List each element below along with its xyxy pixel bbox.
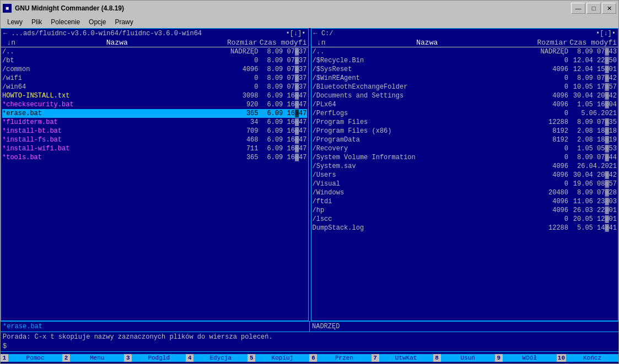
maximize-button[interactable]: □	[586, 3, 601, 14]
right-file-row[interactable]: /ProgramData81922.08 18▓19	[313, 135, 617, 144]
file-date: 8.09 07▓37	[259, 57, 307, 64]
file-date: 10.05 17▓57	[568, 83, 617, 91]
file-name: /Documents and Settings	[313, 92, 531, 100]
file-name: /Windows	[313, 189, 531, 197]
left-file-row[interactable]: /win6408.09 07▓37	[2, 83, 307, 91]
left-col-n: ↓n	[2, 39, 15, 47]
right-file-row[interactable]: /Recovery01.05 05▓53	[313, 144, 617, 153]
file-size: 3098	[221, 92, 259, 100]
left-file-row[interactable]: HOWTO-INSTALL.txt30986.09 16▓47	[2, 91, 307, 100]
minimize-button[interactable]: —	[571, 3, 585, 14]
file-name: *install-fs.bat	[2, 136, 221, 144]
right-panel-files: /..NADRZĘD8.09 07▓43/$Recycle.Bin012.04 …	[311, 47, 618, 320]
right-file-row[interactable]: /BluetoothExchangeFolder010.05 17▓57	[313, 83, 617, 91]
right-file-row[interactable]: /Program Files122888.09 07▓35	[313, 118, 617, 127]
file-name: *install-wifi.bat	[2, 145, 221, 153]
file-date: 26.03 22▓01	[568, 207, 617, 214]
right-panel: ← C:/ •[↓]• ↓n Nazwa Rozmiar Czas modyfi…	[311, 28, 619, 321]
file-date: 8.09 07▓37	[259, 48, 307, 56]
right-status-bar: NADRZĘD	[309, 322, 618, 332]
file-size: 4096	[531, 66, 568, 73]
file-date: 6.09 16▓47	[259, 127, 307, 135]
func-key-number: 6	[309, 354, 317, 362]
cmd-prompt: $	[3, 343, 7, 350]
right-file-row[interactable]: /Visual019.06 08▓57	[313, 180, 617, 188]
right-file-row[interactable]: /hp409626.03 22▓01	[313, 206, 617, 215]
menu-opcje[interactable]: Opcje	[84, 17, 110, 27]
right-file-row[interactable]: /$Recycle.Bin012.04 22▓50	[313, 56, 617, 65]
left-file-row[interactable]: /wifi08.09 07▓37	[2, 74, 307, 83]
left-file-row[interactable]: *install-bt.bat7096.09 16▓47	[2, 127, 307, 135]
right-file-row[interactable]: /Windows204808.09 07▓28	[313, 188, 617, 197]
func-key-6[interactable]: 6Przen	[309, 352, 371, 363]
close-button[interactable]: ✕	[602, 3, 616, 14]
menu-plik[interactable]: Plik	[27, 17, 46, 27]
left-panel-files: /..NADRZĘD8.09 07▓37/bt08.09 07▓37/commo…	[1, 47, 308, 320]
right-panel-path: ← C:/	[311, 30, 596, 37]
func-key-number: 2	[62, 354, 70, 362]
right-file-row[interactable]: /lscc020.05 12▓01	[313, 215, 617, 224]
right-file-row[interactable]: /System Volume Information08.09 07▓44	[313, 153, 617, 162]
left-panel-path: ← ...ads/fluidnc-v3.6.0-win64/fluidnc-v3…	[1, 30, 286, 37]
file-date: 8.09 07▓44	[568, 154, 617, 161]
right-file-row[interactable]: /PerfLogs05.06.2021	[313, 109, 617, 118]
file-name: /$SysReset	[313, 66, 531, 73]
func-key-1[interactable]: 1Pomoc	[1, 352, 62, 363]
func-key-9[interactable]: 9WDół	[495, 352, 557, 363]
menu-prawy[interactable]: Prawy	[110, 17, 137, 27]
right-file-row[interactable]: /ftdi409611.06 23▓03	[313, 197, 617, 206]
file-date: 20.05 12▓01	[568, 215, 617, 223]
file-size: 0	[531, 110, 568, 117]
file-date: 2.08 18▓18	[568, 127, 617, 135]
right-file-row[interactable]: /..NADRZĘD8.09 07▓43	[313, 47, 617, 56]
left-col-rozmiar: Rozmiar	[219, 39, 257, 47]
file-date: 1.05 16▓04	[568, 101, 617, 108]
func-key-number: 8	[433, 354, 441, 362]
func-key-5[interactable]: 5Kopiuj	[247, 352, 309, 363]
func-key-2[interactable]: 2Menu	[62, 352, 124, 363]
func-key-4[interactable]: 4Edycja	[186, 352, 247, 363]
right-file-row[interactable]: /Documents and Settings409630.04 20▓42	[313, 91, 617, 100]
file-size: 0	[531, 83, 568, 91]
right-file-row[interactable]: DumpStack.log122885.05 14▓41	[313, 224, 617, 232]
left-file-row[interactable]: *erase.bat3656.09 16▓47	[2, 109, 307, 118]
left-col-czas: Czas modyfi	[257, 39, 307, 47]
file-date: 8.09 07▓42	[568, 74, 617, 82]
func-key-7[interactable]: 7UtwKat	[372, 352, 433, 363]
file-size: NADRZĘD	[531, 48, 568, 56]
right-col-czas: Czas modyfi	[567, 39, 617, 47]
func-key-10[interactable]: 10Kończ	[557, 352, 618, 363]
right-panel-path-container: ← C:/ •[↓]•	[311, 29, 618, 39]
file-date: 6.09 16▓47	[259, 118, 307, 126]
file-date: 11.06 23▓03	[568, 198, 617, 205]
file-date: 30.04 20▓42	[568, 171, 617, 179]
file-date: 6.09 16▓47	[259, 92, 307, 100]
func-key-number: 3	[124, 354, 132, 362]
right-file-row[interactable]: /$SysReset409612.04 15▓01	[313, 65, 617, 74]
func-key-number: 9	[495, 354, 503, 362]
file-date: 6.09 16▓47	[259, 145, 307, 153]
left-file-row[interactable]: /common40968.09 07▓37	[2, 65, 307, 74]
file-size: 0	[531, 180, 568, 188]
right-file-row[interactable]: /System.sav409626.04.2021	[313, 162, 617, 171]
left-file-row[interactable]: *install-fs.bat4686.09 16▓47	[2, 135, 307, 144]
file-date: 26.04.2021	[568, 162, 617, 170]
func-key-3[interactable]: 3Podgld	[124, 352, 186, 363]
func-key-label: WDół	[503, 354, 557, 362]
left-file-row[interactable]: *install-wifi.bat7116.09 16▓47	[2, 144, 307, 153]
func-key-number: 10	[557, 354, 566, 362]
menu-lewy[interactable]: Lewy	[3, 17, 27, 27]
right-file-row[interactable]: /Users409630.04 20▓42	[313, 171, 617, 180]
left-file-row[interactable]: *fluidterm.bat346.09 16▓47	[2, 118, 307, 127]
left-file-row[interactable]: *checksecurity.bat9206.09 16▓47	[2, 100, 307, 109]
left-file-row[interactable]: /bt08.09 07▓37	[2, 56, 307, 65]
func-key-8[interactable]: 8Usuń	[433, 352, 495, 363]
left-file-row[interactable]: /..NADRZĘD8.09 07▓37	[2, 47, 307, 56]
right-file-row[interactable]: /$WinREAgent08.09 07▓42	[313, 74, 617, 83]
right-file-row[interactable]: /Program Files (x86)81922.08 18▓18	[313, 127, 617, 135]
func-key-label: Usuń	[441, 354, 495, 362]
right-file-row[interactable]: /PLx6440961.05 16▓04	[313, 100, 617, 109]
menu-polecenie[interactable]: Polecenie	[46, 17, 84, 27]
file-name: HOWTO-INSTALL.txt	[2, 92, 221, 100]
left-file-row[interactable]: *tools.bat3656.09 16▓47	[2, 153, 307, 162]
